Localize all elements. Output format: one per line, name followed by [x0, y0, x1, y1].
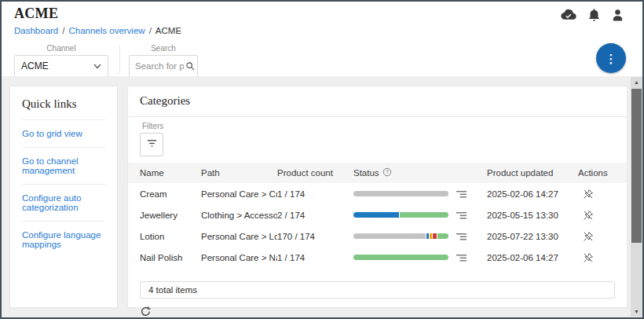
sidebar-link-go-to-channel-management[interactable]: Go to channel management — [22, 147, 105, 184]
table-body: CreamPersonal Care > Cream1 / 1742025-02… — [128, 183, 627, 268]
channel-selected-value: ACME — [21, 60, 49, 72]
header-icon-bar — [561, 8, 624, 21]
status-segment — [400, 212, 448, 218]
cell-status-detail — [451, 211, 487, 220]
cell-path: Personal Care > Cream — [201, 189, 277, 199]
table-row[interactable]: LotionPersonal Care > Lotion170 / 174202… — [128, 226, 627, 247]
status-progress-bar — [353, 212, 448, 218]
breadcrumb-channels-overview[interactable]: Channels overview — [68, 26, 145, 35]
table-row[interactable]: JewelleryClothing > Accessories...2 / 17… — [128, 204, 627, 226]
channel-group: Channel ACME — [14, 44, 108, 77]
unpin-icon[interactable] — [583, 252, 594, 263]
total-items-footer: 4 total items — [140, 281, 615, 299]
status-segment — [353, 212, 399, 218]
quick-links-panel: Quick links Go to grid viewGo to channel… — [9, 86, 118, 308]
cell-name: Cream — [140, 189, 201, 199]
status-segment — [353, 233, 426, 239]
cell-name: Jewellery — [140, 211, 201, 220]
status-details-icon[interactable] — [456, 253, 467, 262]
status-segment — [353, 191, 448, 196]
cell-status — [353, 191, 451, 196]
status-segment — [430, 233, 432, 239]
svg-text:?: ? — [386, 169, 389, 174]
cell-product-updated: 2025-07-22 13:30 — [487, 232, 578, 241]
breadcrumb-separator: / — [149, 26, 152, 35]
sidebar-link-configure-language-mappings[interactable]: Configure language mappings — [22, 221, 105, 258]
column-header-name: Name — [140, 168, 201, 178]
cell-status-detail — [451, 189, 487, 199]
content-area: Quick links Go to grid viewGo to channel… — [2, 76, 642, 317]
cell-status — [353, 233, 451, 239]
table-row[interactable]: Nail PolishPersonal Care > Nail P...1 / … — [128, 247, 627, 268]
breadcrumb-current: ACME — [156, 26, 181, 35]
refresh-icon[interactable] — [140, 306, 152, 317]
column-header-product-count: Product count — [277, 168, 353, 178]
scrollbar-thumb[interactable] — [631, 89, 642, 243]
filter-lines-icon — [146, 138, 158, 152]
channel-label: Channel — [14, 44, 108, 53]
cell-status — [353, 212, 451, 218]
column-header-actions: Actions — [578, 168, 627, 178]
cell-name: Lotion — [140, 232, 201, 241]
column-header-product-updated: Product updated — [487, 168, 578, 178]
cell-product-updated: 2025-05-15 13:30 — [487, 211, 578, 220]
cloud-check-icon[interactable] — [561, 9, 576, 20]
cell-product-count: 1 / 174 — [277, 189, 353, 199]
status-segment — [437, 233, 448, 239]
kebab-vertical-icon: ⋮ — [606, 53, 617, 64]
page-title: ACME — [14, 6, 58, 22]
status-segment — [426, 233, 429, 239]
filters-label: Filters — [142, 122, 615, 130]
cell-path: Personal Care > Lotion — [201, 232, 277, 241]
status-segment — [353, 255, 448, 260]
status-progress-bar — [353, 255, 448, 260]
notifications-icon[interactable] — [588, 8, 600, 21]
vertical-scrollbar[interactable]: ▲ ▼ — [631, 77, 642, 317]
search-label: Search — [129, 44, 198, 53]
sidebar-link-go-to-grid-view[interactable]: Go to grid view — [22, 119, 105, 147]
quick-links-title: Quick links — [22, 97, 105, 119]
cell-product-updated: 2025-02-06 14:27 — [487, 253, 578, 262]
cell-product-count: 2 / 174 — [277, 211, 353, 220]
status-details-icon[interactable] — [456, 211, 467, 220]
column-header-path: Path — [201, 168, 277, 178]
cell-status — [353, 255, 451, 260]
actions-fab-button[interactable]: ⋮ — [596, 43, 626, 73]
breadcrumb: Dashboard/Channels overview/ACME — [14, 26, 181, 35]
cell-status-detail — [451, 232, 487, 241]
cell-name: Nail Polish — [140, 253, 201, 262]
breadcrumb-separator: / — [62, 26, 64, 35]
channel-select[interactable]: ACME — [14, 55, 108, 77]
cell-path: Personal Care > Nail P... — [201, 253, 277, 262]
cell-actions — [578, 252, 627, 263]
status-segment — [433, 233, 437, 239]
cell-product-count: 170 / 174 — [277, 232, 353, 241]
column-header-status: Status — [353, 168, 379, 178]
unpin-icon[interactable] — [583, 231, 594, 242]
quick-links-list: Go to grid viewGo to channel managementC… — [22, 119, 105, 258]
cell-product-updated: 2025-02-06 14:27 — [487, 189, 578, 199]
scroll-up-icon[interactable]: ▲ — [631, 77, 642, 87]
search-icon — [185, 60, 196, 75]
cell-path: Clothing > Accessories... — [201, 211, 277, 220]
cell-actions — [578, 231, 627, 242]
sidebar-link-configure-auto-categorization[interactable]: Configure auto categorization — [22, 184, 105, 221]
chevron-down-icon — [93, 60, 101, 72]
table-row[interactable]: CreamPersonal Care > Cream1 / 1742025-02… — [128, 183, 627, 204]
status-progress-bar — [353, 233, 448, 239]
account-icon[interactable] — [612, 9, 624, 21]
categories-panel: Categories Filters Name Path Product cou… — [127, 86, 628, 308]
unpin-icon[interactable] — [583, 189, 594, 200]
breadcrumb-dashboard[interactable]: Dashboard — [14, 26, 58, 35]
status-details-icon[interactable] — [456, 189, 467, 199]
unpin-icon[interactable] — [583, 210, 594, 221]
status-progress-bar — [353, 191, 448, 196]
status-details-icon[interactable] — [456, 232, 467, 241]
cell-status-detail — [451, 253, 487, 262]
search-group: Search — [129, 44, 198, 77]
help-circle-icon[interactable]: ? — [382, 167, 392, 178]
filters-button[interactable] — [140, 133, 163, 156]
toolbar-divider — [119, 46, 120, 74]
cell-actions — [578, 189, 627, 200]
scroll-down-icon[interactable]: ▼ — [631, 306, 642, 317]
